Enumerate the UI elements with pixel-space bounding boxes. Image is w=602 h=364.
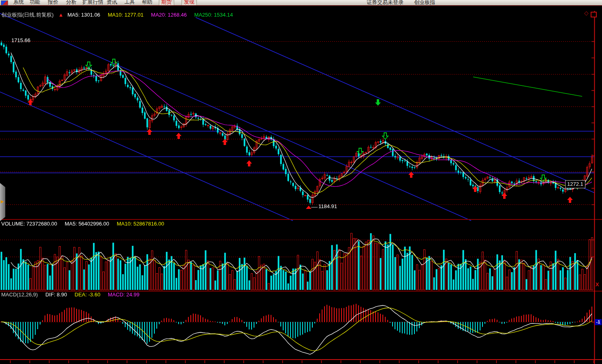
macd-value-label: MACD: 24.99 xyxy=(108,292,139,298)
volume-panel-header: VOLUME: 72372680.00 MA5: 56402996.00 MA1… xyxy=(1,221,170,227)
ma250-value-label: MA250: 1534.14 xyxy=(194,12,233,18)
menu-item-news[interactable]: 资讯 xyxy=(107,0,117,6)
main-chart-header: 创业板指(日线.前复权) ▲ MA5: 1301.06 MA10: 1277.0… xyxy=(1,12,239,18)
volume-ma5-value-label: MA5: 56402996.00 xyxy=(65,221,109,227)
menu-item-function[interactable]: 功能 xyxy=(30,0,40,6)
diamond-icon[interactable]: ◇ xyxy=(584,10,589,16)
ma10-value-label: MA10: 1277.01 xyxy=(108,12,143,18)
close-indicator-button[interactable]: X xyxy=(596,281,599,287)
menu-item-futures[interactable]: 期货 xyxy=(159,0,174,6)
ma20-value-label: MA20: 1268.46 xyxy=(151,12,187,18)
ma5-value-label: MA5: 1301.06 xyxy=(67,12,100,18)
menu-item-extended-quotes[interactable]: 扩展行情 xyxy=(82,0,103,6)
menu-item-discover[interactable]: 发现 xyxy=(181,0,197,6)
last-price-tag: 1272.1 xyxy=(565,180,585,188)
dif-value-label: DIF: 8.90 xyxy=(45,292,67,298)
app-logo-icon[interactable] xyxy=(1,0,8,5)
window-restore-icon[interactable] xyxy=(591,12,597,17)
trend-up-arrow-icon: ▲ xyxy=(58,12,64,18)
volume-value-label: VOLUME: 72372680.00 xyxy=(1,221,57,227)
menu-item-quotes[interactable]: 报价 xyxy=(48,0,58,6)
high-price-label: 1715.66 xyxy=(11,37,30,43)
dea-value-label: DEA: -3.60 xyxy=(75,292,100,298)
macd-panel-header: MACD(12,26,9) DIF: 8.90 DEA: -3.60 MACD:… xyxy=(1,292,145,298)
expand-arrow-icon: ▶ xyxy=(1,199,4,204)
menu-item-help[interactable]: 帮助 xyxy=(142,0,152,6)
current-instrument-text: 创业板指 xyxy=(414,0,435,6)
menu-item-analysis[interactable]: 分析 xyxy=(66,0,77,6)
menu-item-system[interactable]: 系统 xyxy=(13,0,24,6)
menu-bar: 系统 功能 报价 分析 扩展行情 资讯 工具 帮助 期货 发现 证券交易未登录 … xyxy=(0,0,602,6)
trading-terminal: 系统 功能 报价 分析 扩展行情 资讯 工具 帮助 期货 发现 证券交易未登录 … xyxy=(0,0,602,364)
macd-zero-axis-badge: -1 xyxy=(595,319,602,325)
login-status-text: 证券交易未登录 xyxy=(367,0,403,6)
chart-title: 创业板指(日线.前复权) xyxy=(1,12,53,18)
chart-canvas[interactable] xyxy=(0,0,602,364)
macd-title-label: MACD(12,26,9) xyxy=(1,292,38,298)
low-price-label: 1184.91 xyxy=(318,203,337,209)
volume-ma10-value-label: MA10: 52867816.00 xyxy=(117,221,164,227)
sidebar-expand-handle[interactable]: ▶ xyxy=(0,183,5,221)
menu-item-tools[interactable]: 工具 xyxy=(124,0,135,6)
